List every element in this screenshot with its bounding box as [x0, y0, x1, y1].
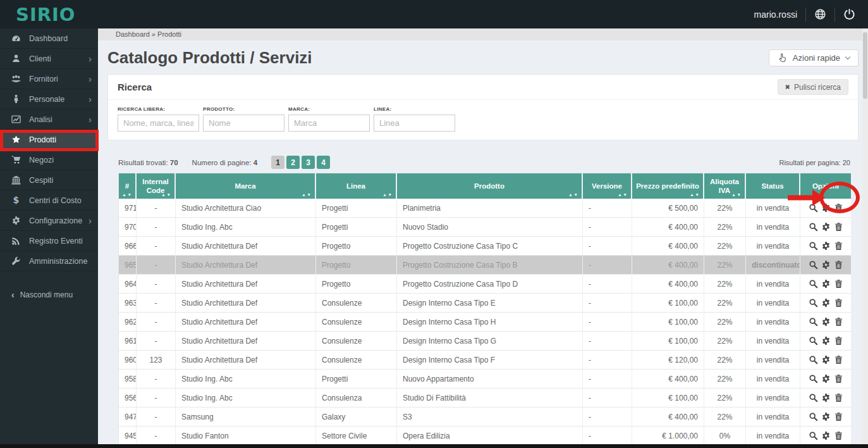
trash-icon[interactable] — [834, 374, 843, 383]
quick-actions-button[interactable]: Azioni rapide — [769, 49, 859, 66]
bank-icon — [11, 175, 21, 185]
gear-icon[interactable] — [821, 298, 831, 308]
breadcrumb-text[interactable]: Dashboard » Prodotti — [116, 30, 181, 38]
sidebar-item-fornitori[interactable]: Fornitori› — [0, 69, 98, 89]
username[interactable]: mario.rossi — [754, 9, 797, 20]
power-icon[interactable] — [843, 8, 855, 20]
search-icon[interactable] — [809, 374, 818, 383]
sidebar-item-amministrazione[interactable]: Amministrazione — [0, 251, 98, 271]
column-header-linea[interactable]: Linea▲▼ — [316, 173, 397, 199]
search-fields: RICERCA LIBERA:PRODOTTO:MARCA:LINEA: — [108, 100, 858, 140]
sidebar-item-centri-di-costo[interactable]: $Centri di Costo — [0, 190, 98, 211]
search-field-input[interactable] — [374, 115, 455, 132]
sort-arrows-icon[interactable]: ▲▼ — [122, 192, 133, 197]
cell-marca: Studio Architettura Def — [176, 256, 316, 275]
column-header-opzioni: Opzioni — [800, 173, 851, 199]
search-icon[interactable] — [809, 298, 818, 308]
search-icon[interactable] — [809, 336, 818, 345]
column-header-prodotto[interactable]: Prodotto▲▼ — [397, 173, 583, 199]
trash-icon[interactable] — [834, 412, 843, 421]
gear-icon[interactable] — [821, 203, 831, 213]
search-icon[interactable] — [809, 241, 818, 251]
cell-iva: 0% — [704, 426, 746, 445]
sort-arrows-icon[interactable]: ▲▼ — [731, 192, 742, 197]
gear-icon[interactable] — [821, 412, 831, 421]
main-content: Dashboard » Prodotti Catalogo Prodotti /… — [98, 28, 868, 448]
sort-arrows-icon[interactable]: ▲▼ — [382, 192, 393, 197]
sidebar-item-negozi[interactable]: Negozi — [0, 150, 98, 170]
gear-icon[interactable] — [821, 355, 831, 364]
search-field-input[interactable] — [203, 115, 284, 132]
cell-linea: Progetti — [316, 199, 397, 218]
sidebar-item-configurazione[interactable]: Configurazione› — [0, 211, 98, 231]
sort-arrows-icon[interactable]: ▲▼ — [690, 192, 700, 197]
sidebar-item-dashboard[interactable]: Dashboard — [0, 28, 98, 49]
column-header-internal[interactable]: Internal Code▲▼ — [137, 173, 176, 199]
trash-icon[interactable] — [834, 260, 843, 270]
column-header-iva[interactable]: Aliquota IVA▲▼ — [704, 173, 746, 199]
cell-versione: - — [583, 199, 632, 218]
search-field-input[interactable] — [288, 115, 370, 132]
gear-icon[interactable] — [821, 222, 831, 232]
sidebar-item-personale[interactable]: Personale› — [0, 89, 98, 109]
scrollbar-thumb[interactable] — [863, 32, 867, 99]
search-icon[interactable] — [809, 203, 818, 213]
search-icon[interactable] — [809, 260, 818, 270]
search-icon[interactable] — [809, 355, 818, 364]
sidebar-item-label: Amministrazione — [29, 257, 87, 266]
cell-id: 960 — [119, 351, 137, 370]
sort-arrows-icon[interactable]: ▲▼ — [302, 192, 312, 197]
sort-arrows-icon[interactable]: ▲▼ — [618, 192, 628, 197]
trash-icon[interactable] — [834, 431, 843, 440]
sidebar-item-analisi[interactable]: Analisi› — [0, 109, 98, 130]
sort-arrows-icon[interactable]: ▲▼ — [161, 192, 172, 197]
column-header-versione[interactable]: Versione▲▼ — [583, 173, 632, 199]
search-icon[interactable] — [809, 279, 818, 289]
gear-icon[interactable] — [821, 336, 831, 345]
app-logo[interactable]: SIRIO — [0, 4, 98, 25]
gear-icon[interactable] — [821, 241, 831, 251]
sidebar-item-clienti[interactable]: Clienti› — [0, 49, 98, 69]
trash-icon[interactable] — [834, 336, 843, 345]
page-button-1[interactable]: 1 — [271, 156, 284, 169]
page-button-4[interactable]: 4 — [317, 156, 330, 169]
cell-iva: 22% — [704, 351, 746, 370]
page-button-3[interactable]: 3 — [302, 156, 315, 169]
search-icon[interactable] — [809, 317, 818, 327]
search-field: LINEA: — [374, 106, 455, 132]
trash-icon[interactable] — [834, 222, 843, 232]
search-icon[interactable] — [809, 412, 818, 421]
search-icon[interactable] — [809, 222, 818, 232]
column-header-num[interactable]: #▲▼ — [119, 173, 137, 199]
gear-icon[interactable] — [821, 393, 831, 402]
search-icon[interactable] — [809, 393, 818, 402]
column-header-prezzo[interactable]: Prezzo predefinito▲▼ — [632, 173, 704, 199]
cell-options — [800, 389, 851, 408]
trash-icon[interactable] — [834, 279, 843, 289]
column-header-marca[interactable]: Marca▲▼ — [176, 173, 316, 199]
gear-icon[interactable] — [821, 260, 831, 270]
search-field-input[interactable] — [118, 115, 199, 132]
gear-icon[interactable] — [821, 317, 831, 327]
clear-search-button[interactable]: ✖ Pulisci ricerca — [778, 79, 848, 95]
sidebar-item-registro-eventi[interactable]: Registro Eventi — [0, 231, 98, 251]
page-button-2[interactable]: 2 — [286, 156, 300, 169]
sidebar-item-cespiti[interactable]: Cespiti — [0, 170, 98, 190]
pagination: 1234 — [271, 156, 330, 169]
gear-icon[interactable] — [821, 431, 831, 440]
trash-icon[interactable] — [834, 298, 843, 308]
trash-icon[interactable] — [834, 355, 843, 364]
per-page-value: 20 — [843, 159, 850, 166]
trash-icon[interactable] — [834, 241, 843, 251]
globe-icon[interactable] — [814, 8, 826, 20]
sidebar-item-prodotti[interactable]: Prodotti — [0, 130, 98, 150]
trash-icon[interactable] — [834, 317, 843, 327]
trash-icon[interactable] — [834, 393, 843, 402]
trash-icon[interactable] — [834, 203, 843, 213]
sort-arrows-icon[interactable]: ▲▼ — [568, 192, 579, 197]
gear-icon[interactable] — [821, 374, 831, 383]
search-icon[interactable] — [809, 431, 818, 440]
collapse-menu-button[interactable]: ‹ Nascondi menu — [0, 285, 98, 305]
scrollbar[interactable] — [862, 28, 868, 448]
gear-icon[interactable] — [821, 279, 831, 289]
